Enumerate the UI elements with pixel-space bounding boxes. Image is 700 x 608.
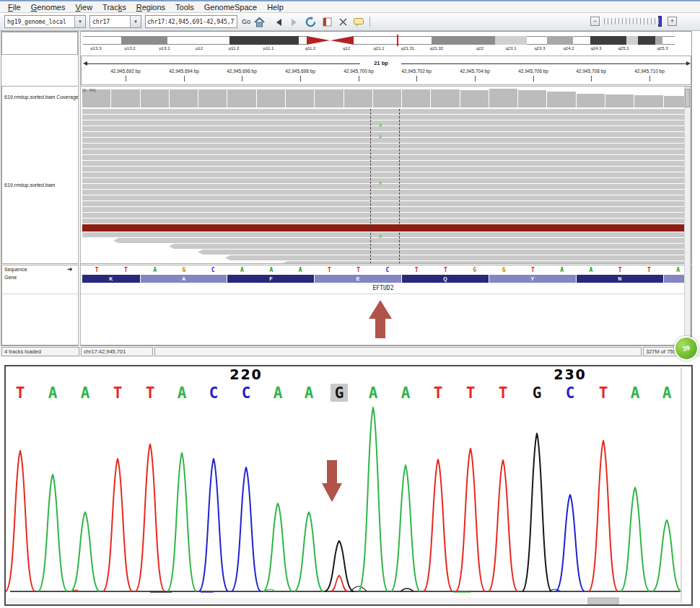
read-row[interactable] [82, 190, 691, 195]
refresh-button[interactable] [304, 16, 317, 28]
menu-genomes[interactable]: Genomes [26, 3, 71, 12]
read-row[interactable] [198, 250, 691, 255]
ideogram-band [495, 36, 527, 45]
forward-button[interactable] [287, 16, 300, 28]
read-row[interactable] [283, 261, 691, 264]
trace-peak-T [6, 451, 35, 591]
vertical-scrollbar[interactable] [684, 87, 691, 345]
base-call-letter: T [499, 384, 508, 402]
locus-input[interactable] [145, 15, 237, 28]
read-row[interactable] [82, 115, 691, 120]
band-label: q22 [476, 46, 484, 50]
read-row[interactable] [82, 207, 691, 212]
ideogram-band [573, 36, 590, 45]
read-row-selected[interactable] [82, 224, 691, 232]
tooltip-behavior-button[interactable] [352, 16, 365, 28]
read-row[interactable] [113, 238, 691, 243]
read-row[interactable] [82, 201, 691, 206]
band-label: q12 [343, 46, 350, 50]
sequence-base: C [206, 267, 219, 273]
go-button[interactable]: Go [242, 18, 250, 25]
read-row[interactable] [82, 155, 691, 160]
read-row[interactable] [82, 126, 691, 131]
base-call-letter: T [466, 384, 476, 402]
read-row[interactable] [82, 161, 691, 166]
horizontal-scrollbar-thumb[interactable] [588, 598, 618, 604]
data-panel: 619.rmdup.sorted.bam Coverage 619.rmdup.… [1, 86, 691, 264]
attribute-panel-left [1, 32, 78, 55]
span-arrow-right-icon [686, 61, 691, 66]
sequence-base: G [468, 267, 481, 273]
ruler-tick-label: 42,945,696 bp [227, 69, 257, 74]
band-label: q24.3 [590, 46, 601, 50]
trace-peak-A [652, 520, 681, 591]
band-label: q24.2 [563, 46, 574, 50]
menu-genomespace[interactable]: GenomeSpace [199, 3, 262, 12]
ideogram-band [229, 36, 299, 45]
chevron-down-icon[interactable]: ▼ [130, 16, 141, 27]
band-label: p11.2 [229, 46, 240, 50]
read-row[interactable] [82, 219, 691, 224]
back-button[interactable] [273, 16, 286, 28]
read-row[interactable] [225, 255, 691, 260]
span-label: 21 bp [363, 60, 399, 66]
read-row[interactable] [82, 172, 691, 177]
zoom-out-button[interactable]: − [590, 17, 600, 26]
read-row[interactable] [169, 244, 691, 249]
ideogram-band [432, 36, 495, 45]
read-row[interactable] [82, 167, 691, 172]
sequence-base: A [294, 267, 307, 273]
menu-help[interactable]: Help [262, 3, 289, 12]
read-row[interactable] [82, 178, 691, 183]
read-row[interactable] [82, 132, 691, 137]
trace-peak-T [589, 441, 618, 591]
define-region-button[interactable] [320, 16, 333, 28]
read-row[interactable] [82, 195, 691, 201]
sequence-base: A [585, 267, 598, 273]
toolbar-separator [369, 17, 370, 27]
chromosome-select[interactable]: chr17 ▼ [89, 15, 141, 28]
region-tool-icon [323, 17, 332, 27]
read-row[interactable] [82, 109, 691, 114]
chromosome-ideogram[interactable]: p13.3p13.2p13.1p12p11.2p11.1q11.2q12q21.… [81, 36, 691, 55]
vertical-scrollbar-thumb[interactable] [685, 89, 690, 107]
position-label: 220 [229, 366, 263, 382]
horizontal-scrollbar[interactable] [7, 598, 680, 604]
chevron-down-icon[interactable]: ▼ [74, 16, 85, 27]
home-button[interactable] [253, 16, 266, 28]
trace-peak-C [556, 495, 585, 591]
alignment-track[interactable]: AAAA [2, 87, 691, 264]
band-label: p13.3 [90, 46, 101, 50]
zoom-tick [655, 18, 655, 25]
read-row[interactable] [82, 213, 691, 218]
ruler-tick-label: 42,945,694 bp [169, 69, 199, 74]
read-row[interactable] [82, 138, 691, 143]
menu-regions[interactable]: Regions [131, 3, 170, 12]
read-row[interactable] [82, 144, 691, 149]
zoom-in-button[interactable]: + [668, 17, 677, 26]
read-row[interactable] [82, 149, 691, 154]
ideogram-band [655, 36, 662, 45]
read-row[interactable] [82, 232, 691, 237]
menu-file[interactable]: File [3, 3, 26, 12]
ideogram-band [638, 36, 655, 45]
menu-view[interactable]: View [70, 3, 97, 12]
sequence-base: A [236, 267, 249, 273]
read-row[interactable] [82, 184, 691, 189]
base-call-letter: G [533, 384, 542, 402]
ruler-panel[interactable]: 21 bp 42,945,692 bp42,945,694 bp42,945,6… [81, 56, 691, 85]
ideogram-panel[interactable]: p13.3p13.2p13.1p12p11.2p11.1q11.2q12q21.… [81, 32, 691, 55]
amino-acid-segment: Y [489, 275, 577, 283]
fit-to-window-button[interactable] [336, 16, 349, 28]
gene-label[interactable]: EFTUD2 [354, 285, 412, 291]
panel-splitter[interactable] [78, 31, 81, 346]
genome-select[interactable]: hg19_genome_local ▼ [4, 15, 86, 28]
ruler-tick-mark [533, 76, 534, 81]
read-row[interactable] [82, 120, 691, 125]
base-call-letter: A [305, 384, 314, 402]
menu-tools[interactable]: Tools [170, 3, 199, 12]
secondary-peak-T [331, 576, 348, 591]
resize-tool-icon [339, 18, 347, 26]
sequence-track[interactable]: TTAGCAAATTCTTGGTAATTAKAFEQYN [2, 265, 691, 294]
menu-tracks[interactable]: Tracks [97, 3, 131, 12]
